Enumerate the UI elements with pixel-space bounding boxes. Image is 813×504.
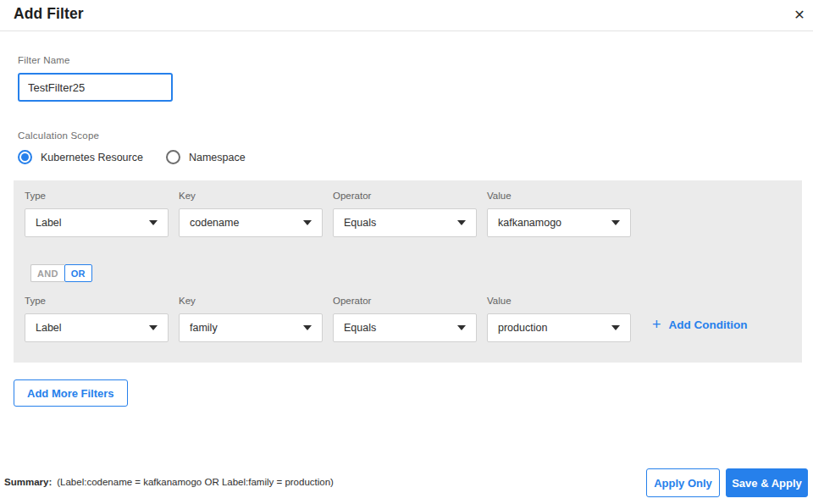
dropdown-value: Label: [36, 322, 149, 334]
dropdown-caret-icon: [149, 220, 158, 225]
filter-name-input[interactable]: [18, 73, 173, 102]
radio-kubernetes-resource[interactable]: Kubernetes Resource: [18, 150, 143, 164]
dropdown-caret-icon: [303, 220, 312, 225]
apply-only-button[interactable]: Apply Only: [646, 468, 720, 497]
dropdown-value: Equals: [344, 322, 457, 334]
dropdown-caret-icon: [303, 325, 312, 330]
summary-label: Summary:: [4, 477, 52, 487]
radio-selected-icon[interactable]: [18, 150, 32, 164]
dropdown-caret-icon: [457, 220, 466, 225]
add-more-filters-button[interactable]: Add More Filters: [14, 379, 128, 407]
header-divider: [0, 30, 813, 31]
save-and-apply-button[interactable]: Save & Apply: [726, 468, 808, 497]
value-dropdown[interactable]: production: [487, 313, 631, 342]
add-condition-button[interactable]: + Add Condition: [652, 317, 748, 332]
summary: Summary:(Label:codename = kafkanamogo OR…: [4, 477, 334, 487]
operator-column-label: Operator: [333, 296, 371, 306]
and-toggle-button[interactable]: AND: [30, 264, 64, 282]
calculation-scope-group: Kubernetes Resource Namespace: [18, 150, 246, 164]
operator-column-label: Operator: [333, 191, 371, 201]
type-dropdown[interactable]: Label: [25, 208, 169, 237]
key-dropdown[interactable]: family: [179, 313, 323, 342]
summary-text: (Label:codename = kafkanamogo OR Label:f…: [57, 477, 334, 487]
radio-unselected-icon[interactable]: [166, 150, 180, 164]
value-column-label: Value: [487, 296, 512, 306]
page-title: Add Filter: [14, 5, 84, 23]
value-column-label: Value: [487, 191, 512, 201]
plus-icon: +: [652, 317, 661, 332]
type-column-label: Type: [25, 296, 46, 306]
type-column-label: Type: [25, 191, 46, 201]
key-column-label: Key: [179, 296, 196, 306]
radio-label: Namespace: [189, 152, 246, 163]
close-icon[interactable]: ✕: [788, 3, 811, 26]
dropdown-caret-icon: [149, 325, 158, 330]
radio-label: Kubernetes Resource: [41, 152, 143, 163]
dropdown-caret-icon: [457, 325, 466, 330]
calculation-scope-label: Calculation Scope: [18, 130, 99, 141]
or-toggle-button[interactable]: OR: [64, 264, 92, 282]
join-toggle: AND OR: [30, 264, 92, 282]
dropdown-value: Label: [36, 217, 149, 229]
operator-dropdown[interactable]: Equals: [333, 208, 477, 237]
dropdown-caret-icon: [611, 220, 620, 225]
dropdown-value: Equals: [344, 217, 457, 229]
key-column-label: Key: [179, 191, 196, 201]
filter-name-label: Filter Name: [18, 55, 70, 65]
add-condition-label: Add Condition: [669, 318, 748, 331]
dropdown-value: production: [498, 322, 611, 334]
key-dropdown[interactable]: codename: [179, 208, 323, 237]
radio-namespace[interactable]: Namespace: [166, 150, 246, 164]
dropdown-value: family: [190, 322, 303, 334]
type-dropdown[interactable]: Label: [25, 313, 169, 342]
dropdown-value: codename: [190, 217, 303, 229]
dropdown-caret-icon: [611, 325, 620, 330]
dropdown-value: kafkanamogo: [498, 217, 611, 229]
value-dropdown[interactable]: kafkanamogo: [487, 208, 631, 237]
conditions-panel: Type Key Operator Value Label codename E…: [14, 180, 802, 363]
operator-dropdown[interactable]: Equals: [333, 313, 477, 342]
